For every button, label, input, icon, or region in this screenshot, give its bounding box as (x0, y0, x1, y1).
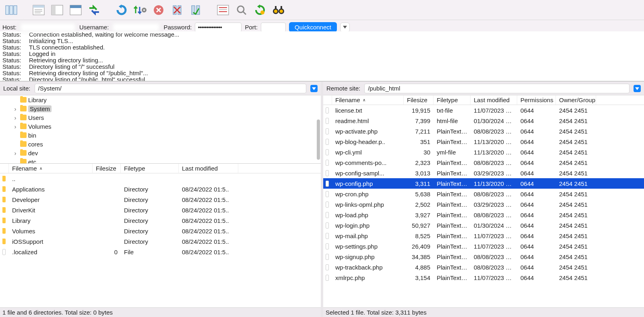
local-path-dropdown[interactable] (310, 85, 318, 92)
local-file-list[interactable]: ..ApplicationsDirectory08/24/2022 01:5..… (0, 173, 321, 307)
file-row[interactable]: wp-signup.php34,385PlainTextT..08/08/202… (323, 251, 644, 262)
binoculars-icon[interactable] (270, 2, 287, 18)
svg-marker-38 (343, 26, 347, 29)
toggle-local-tree-icon[interactable] (48, 2, 66, 18)
file-row[interactable]: wp-links-opml.php2,502PlainTextT..03/29/… (323, 199, 644, 210)
local-status: 1 file and 6 directories. Total size: 0 … (0, 307, 321, 317)
tree-item[interactable]: ›System (0, 104, 321, 113)
col-filesize[interactable]: Filesize (404, 95, 433, 105)
file-icon (326, 107, 329, 113)
toggle-log-icon[interactable] (30, 2, 47, 18)
file-row[interactable]: wp-cron.php5,638PlainTextT..08/08/2023 1… (323, 189, 644, 199)
refresh-icon[interactable] (113, 2, 130, 18)
col-permissions[interactable]: Permissions (517, 95, 556, 105)
file-row[interactable]: wp-blog-header.p..351PlainTextT..11/13/2… (323, 136, 644, 147)
remote-site-label: Remote site: (326, 85, 360, 92)
col-filesize[interactable]: Filesize (93, 164, 121, 173)
file-row[interactable]: wp-load.php3,927PlainTextT..08/08/2023 1… (323, 210, 644, 220)
file-row[interactable]: license.txt19,915txt-file11/07/2023 1...… (323, 105, 644, 115)
file-row[interactable]: wp-login.php50,927PlainTextT..01/30/2024… (323, 220, 644, 231)
sort-asc-icon: ∧ (363, 98, 365, 102)
tree-item[interactable]: ›dev (0, 148, 321, 157)
svg-rect-11 (70, 5, 81, 8)
remote-site-bar: Remote site: /public_html (323, 82, 644, 95)
svg-point-14 (143, 9, 145, 11)
col-owner[interactable]: Owner/Group (556, 95, 596, 105)
col-lastmod[interactable]: Last modified (179, 164, 238, 173)
tree-item[interactable]: cores (0, 140, 321, 148)
svg-point-34 (274, 10, 277, 13)
toggle-remote-tree-icon[interactable] (67, 2, 85, 18)
local-tree[interactable]: Library›System›Users›Volumesbincores›dev… (0, 95, 321, 164)
process-queue-icon[interactable] (131, 2, 149, 18)
toggle-queue-icon[interactable] (85, 2, 103, 18)
col-filename[interactable]: Filename∧ (332, 95, 404, 105)
svg-rect-9 (52, 5, 56, 15)
file-row[interactable]: wp-config.php3,311PlainTextT..11/13/2020… (323, 178, 644, 189)
file-row[interactable]: wp-cli.yml30yml-file11/13/2020 0...06442… (323, 147, 644, 157)
svg-rect-4 (33, 5, 44, 8)
file-row[interactable]: wp-config-sampl...3,013PlainTextT..03/29… (323, 168, 644, 178)
tree-item[interactable]: etc (0, 157, 321, 164)
svg-marker-30 (257, 4, 260, 8)
log-row: Status:Retrieving directory listing of "… (2, 70, 642, 76)
col-filetype[interactable]: Filetype (433, 95, 471, 105)
remote-file-list[interactable]: license.txt19,915txt-file11/07/2023 1...… (323, 105, 644, 307)
file-row[interactable]: ApplicationsDirectory08/24/2022 01:5.. (0, 184, 321, 194)
svg-rect-1 (10, 6, 13, 14)
file-icon (326, 160, 329, 166)
quickconnect-dropdown[interactable] (340, 23, 350, 32)
file-row[interactable]: xmlrpc.php3,154PlainTextT..11/07/2023 1.… (323, 272, 644, 283)
username-input[interactable] (112, 23, 160, 32)
file-row[interactable]: .localized0File08/24/2022 01:5.. (0, 247, 321, 257)
username-label: Username: (79, 24, 109, 31)
file-row[interactable]: wp-mail.php8,525PlainTextT..11/07/2023 1… (323, 231, 644, 241)
col-filetype[interactable]: Filetype (121, 164, 179, 173)
file-row[interactable]: wp-activate.php7,211PlainTextT..08/08/20… (323, 126, 644, 136)
host-label: Host: (2, 24, 17, 31)
scrollbar[interactable] (317, 119, 320, 160)
file-row[interactable]: wp-comments-po...2,323PlainTextT..08/08/… (323, 157, 644, 168)
folder-icon (20, 97, 27, 103)
log-row: Status:Initializing TLS... (2, 38, 642, 44)
remote-path-input[interactable]: /public_html (364, 84, 630, 93)
local-path-input[interactable]: /System/ (35, 84, 306, 93)
reconnect-icon[interactable] (187, 2, 204, 18)
file-row[interactable]: wp-trackback.php4,885PlainTextT..08/08/2… (323, 262, 644, 272)
col-lastmod[interactable]: Last modified (471, 95, 517, 105)
tree-item[interactable]: Library (0, 95, 321, 104)
col-filename[interactable]: Filename∧ (9, 164, 93, 173)
file-row[interactable]: readme.html7,399html-file01/30/2024 1...… (323, 115, 644, 126)
file-row[interactable]: LibraryDirectory08/24/2022 01:5.. (0, 215, 321, 226)
search-icon[interactable] (233, 2, 250, 18)
folder-icon (20, 150, 27, 156)
disconnect-icon[interactable] (168, 2, 186, 18)
site-manager-icon[interactable] (2, 2, 20, 18)
cancel-icon[interactable] (150, 2, 167, 18)
host-input[interactable] (20, 23, 76, 32)
tree-item[interactable]: ›Volumes (0, 122, 321, 131)
message-log[interactable]: Status:Connection established, waiting f… (0, 31, 644, 81)
svg-rect-36 (275, 6, 277, 9)
file-row[interactable]: DriverKitDirectory08/24/2022 01:5.. (0, 205, 321, 215)
file-row[interactable]: .. (0, 173, 321, 184)
folder-icon (2, 186, 6, 192)
file-row[interactable]: DeveloperDirectory08/24/2022 01:5.. (0, 194, 321, 205)
port-input[interactable] (261, 23, 286, 32)
remote-pane: Remote site: /public_html Filename∧ File… (323, 82, 644, 317)
log-row: Status:Directory listing of "/" successf… (2, 64, 642, 70)
remote-path-dropdown[interactable] (634, 85, 641, 92)
file-icon (326, 233, 329, 239)
quickconnect-button[interactable]: Quickconnect (289, 22, 337, 32)
password-input[interactable] (195, 23, 242, 32)
sync-icon[interactable] (251, 2, 269, 18)
file-panes: Local site: /System/ Library›System›User… (0, 81, 644, 317)
tree-item[interactable]: ›Users (0, 113, 321, 122)
file-row[interactable]: wp-settings.php26,409PlainTextT..11/07/2… (323, 241, 644, 251)
filter-icon[interactable] (214, 2, 232, 18)
file-row[interactable]: VolumesDirectory08/24/2022 01:5.. (0, 226, 321, 236)
svg-rect-37 (281, 6, 282, 9)
file-row[interactable]: iOSSupportDirectory08/24/2022 01:5.. (0, 236, 321, 247)
file-icon (326, 118, 329, 124)
tree-item[interactable]: bin (0, 131, 321, 140)
